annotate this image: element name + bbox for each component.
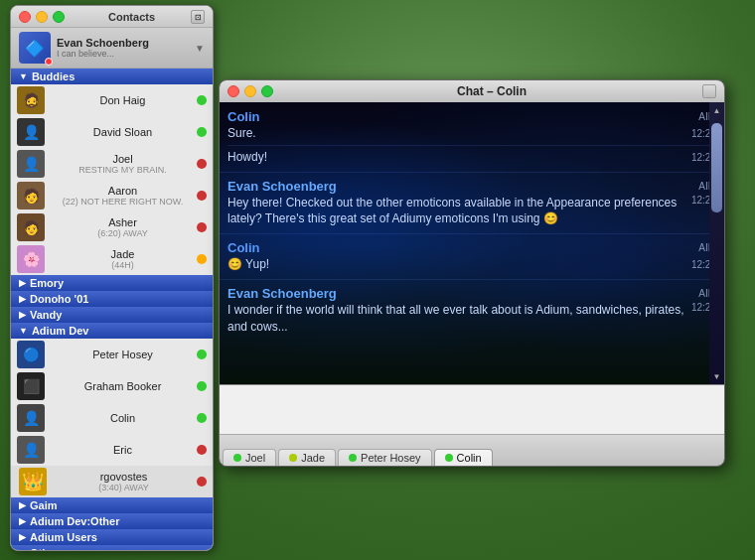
contact-item[interactable]: 👤 Colin (11, 402, 213, 434)
message-text: Sure. (227, 125, 256, 142)
contact-name: Colin (49, 412, 197, 424)
adiumdev-arrow-icon: ▼ (19, 326, 28, 336)
tab-jade[interactable]: Jade (278, 449, 336, 466)
message-text: Hey there! Checked out the other emotico… (227, 195, 691, 228)
tab-peter-hosey[interactable]: Peter Hosey (338, 449, 432, 466)
contact-name: Jade (49, 248, 197, 260)
user-status-dot (45, 58, 53, 66)
minimize-button[interactable] (36, 11, 48, 23)
contact-item[interactable]: 🧑 Asher (6:20) Away (11, 211, 213, 243)
chat-close-button[interactable] (227, 85, 239, 97)
contact-name: Joel (49, 153, 197, 165)
contact-item[interactable]: ⬛ Graham Booker (11, 370, 213, 402)
gaim-label: Gaim (30, 499, 58, 511)
message-text: Howdy! (227, 149, 267, 166)
scrollbar[interactable]: ▲ ▼ (709, 102, 724, 384)
close-button[interactable] (19, 11, 31, 23)
chat-titlebar: Chat – Colin (220, 80, 724, 102)
contact-details: Colin (49, 412, 197, 424)
tab-label-jade: Jade (301, 452, 325, 464)
contact-name: Eric (49, 444, 197, 456)
message-divider (220, 233, 724, 234)
group-gaim[interactable]: ▶ Gaim (11, 497, 213, 513)
status-indicator (197, 222, 207, 232)
scrollbar-thumb[interactable] (711, 123, 722, 212)
user-info: Evan Schoenberg I can believe... (57, 37, 189, 59)
group-donoho[interactable]: ▶ Donoho '01 (11, 291, 213, 307)
chat-messages[interactable]: Colin AIM Sure. 12:23 Howdy! 12:23 Evan … (220, 102, 724, 384)
tab-dot-jade (289, 454, 297, 462)
contact-substatus: (22) not here right now. (49, 197, 197, 207)
group-adiumdev-other[interactable]: ▶ Adium Dev:Other (11, 513, 213, 529)
message-divider (220, 279, 724, 280)
avatar: ⬛ (17, 372, 45, 400)
chat-minimize-button[interactable] (244, 85, 256, 97)
group-adium-dev[interactable]: ▼ Adium Dev (11, 323, 213, 339)
status-indicator (197, 95, 207, 105)
message-header: Colin AIM (227, 109, 716, 124)
contact-item-rgovostes[interactable]: 👑 rgovostes (3:40) Away (11, 466, 213, 497)
chat-input-area[interactable] (220, 384, 724, 434)
group-other[interactable]: ▶ Other (11, 545, 213, 550)
contact-name: Aaron (49, 185, 197, 197)
contact-item[interactable]: 👤 Joel resting my brain. (11, 148, 213, 180)
status-indicator (197, 381, 207, 391)
contact-item[interactable]: 👤 David Sloan (11, 116, 213, 148)
avatar: 👤 (17, 150, 45, 178)
scrollbar-down-arrow[interactable]: ▼ (709, 368, 724, 384)
contact-item[interactable]: 👤 Eric (11, 434, 213, 466)
contact-item[interactable]: 🔵 Peter Hosey (11, 339, 213, 370)
contact-details: Joel resting my brain. (49, 153, 197, 175)
message-block: Evan Schoenberg AIM I wonder if the worl… (220, 283, 724, 339)
contact-name: Graham Booker (49, 380, 197, 392)
tab-dot-colin (445, 454, 453, 462)
adiumdev-label: Adium Dev (32, 325, 88, 337)
status-indicator (197, 350, 207, 359)
contact-name: Don Haig (49, 94, 197, 106)
chat-maximize-button[interactable] (261, 85, 273, 97)
avatar: 👤 (17, 436, 45, 464)
message-header: Colin AIM (227, 240, 716, 255)
scrollbar-up-arrow[interactable]: ▲ (709, 102, 724, 118)
chat-resize-button[interactable] (702, 84, 716, 98)
contact-name: rgovostes (51, 471, 197, 483)
message-sender: Evan Schoenberg (227, 286, 337, 301)
group-emory[interactable]: ▶ Emory (11, 275, 213, 291)
tab-joel[interactable]: Joel (223, 449, 276, 466)
contact-item[interactable]: 🧔 Don Haig (11, 84, 213, 116)
tab-dot-peterhosey (349, 454, 357, 462)
group-adium-users[interactable]: ▶ Adium Users (11, 529, 213, 545)
avatar: 👑 (19, 468, 47, 495)
contact-details: Don Haig (49, 94, 197, 106)
group-vandy[interactable]: ▶ Vandy (11, 307, 213, 323)
group-buddies[interactable]: ▼ Buddies (11, 69, 213, 84)
user-status: I can believe... (57, 49, 189, 59)
adiumdevother-arrow-icon: ▶ (19, 516, 26, 526)
contact-item[interactable]: 🌸 Jade (44h) (11, 243, 213, 275)
contact-details: Peter Hosey (49, 349, 197, 360)
tab-label-colin: Colin (457, 452, 482, 464)
status-dropdown-arrow[interactable]: ▼ (195, 43, 205, 54)
avatar: 🔷 (19, 32, 51, 64)
contact-details: rgovostes (3:40) Away (51, 471, 197, 492)
status-indicator (197, 127, 207, 137)
tab-dot-joel (233, 454, 241, 462)
contact-name: David Sloan (49, 126, 197, 138)
contact-item[interactable]: 🧑 Aaron (22) not here right now. (11, 180, 213, 211)
contact-name: Asher (49, 216, 197, 228)
message-block: Colin AIM 😊 Yup! 12:23 (220, 237, 724, 276)
avatar: 🧑 (17, 213, 45, 241)
status-indicator (197, 477, 207, 487)
contacts-window: Contacts ⊡ 🔷 Evan Schoenberg I can belie… (10, 5, 214, 551)
maximize-button[interactable] (53, 11, 65, 23)
contact-substatus: resting my brain. (49, 165, 197, 175)
user-header: 🔷 Evan Schoenberg I can believe... ▼ (11, 28, 213, 69)
contact-name: Peter Hosey (49, 349, 197, 360)
message-sender: Evan Schoenberg (227, 179, 337, 194)
status-indicator (197, 413, 207, 423)
tab-colin[interactable]: Colin (434, 449, 493, 466)
donoho-label: Donoho '01 (30, 293, 88, 305)
resize-button[interactable]: ⊡ (191, 10, 205, 24)
adiumusers-arrow-icon: ▶ (19, 532, 26, 542)
message-block: Evan Schoenberg AIM Hey there! Checked o… (220, 176, 724, 231)
